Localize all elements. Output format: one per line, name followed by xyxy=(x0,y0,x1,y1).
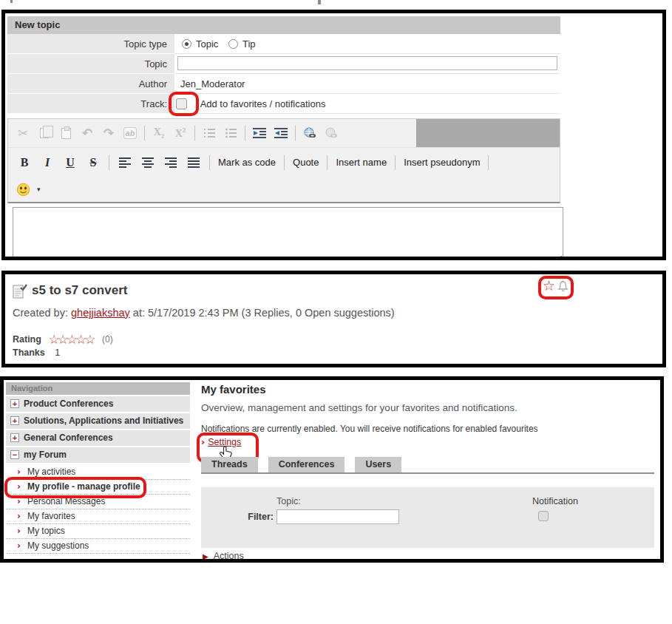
quote-button[interactable]: Quote xyxy=(293,154,319,172)
sidebar-item-my-activities[interactable]: ›My activities xyxy=(6,465,190,480)
align-center-button[interactable] xyxy=(140,154,155,172)
new-topic-form: New topic Topic type Topic Tip Topic Aut… xyxy=(7,16,560,114)
chevron-right-icon: › xyxy=(17,480,21,494)
tab-conferences[interactable]: Conferences xyxy=(268,457,345,472)
sidebar-item-label: My activities xyxy=(27,467,75,477)
toolbar-separator xyxy=(109,155,109,170)
thanks-count: 1 xyxy=(55,347,60,358)
toolbar-separator xyxy=(295,126,296,140)
sidebar-item-my-favorites[interactable]: ›My favorites xyxy=(6,509,190,524)
numbered-list-button[interactable] xyxy=(202,124,217,142)
tip-radio-label[interactable]: Tip xyxy=(242,38,256,50)
new-topic-panel: New topic Topic type Topic Tip Topic Aut… xyxy=(1,10,666,260)
chevron-right-icon: › xyxy=(17,509,21,523)
align-right-icon xyxy=(165,157,177,168)
align-left-button[interactable] xyxy=(118,154,132,172)
strikethrough-button[interactable]: S xyxy=(86,154,101,172)
bold-button[interactable]: B xyxy=(17,154,32,172)
outdent-button[interactable] xyxy=(274,124,288,142)
mark-as-code-button[interactable]: Mark as code xyxy=(218,154,276,172)
align-justify-button[interactable] xyxy=(186,154,201,172)
toolbar-separator xyxy=(209,155,210,170)
redo-button[interactable]: ↷ xyxy=(101,124,116,142)
tip-radio[interactable] xyxy=(228,39,238,49)
topic-column-label: Topic: xyxy=(276,496,301,506)
undo-button[interactable]: ↶ xyxy=(80,124,95,142)
cut-button[interactable]: ✂ xyxy=(16,124,30,142)
topic-type-label: Topic type xyxy=(7,34,174,54)
navigation-sidebar: Navigation + Product Conferences + Solut… xyxy=(6,382,190,554)
sidebar-item-my-topics[interactable]: ›My topics xyxy=(6,524,190,539)
indent-button[interactable] xyxy=(252,124,267,142)
notification-bell-icon[interactable] xyxy=(557,279,569,294)
toolbar-separator xyxy=(327,155,327,170)
thanks-row: Thanks 1 xyxy=(13,347,60,358)
sidebar-item-my-suggestions[interactable]: ›My suggestions xyxy=(6,539,190,554)
filter-topic-input[interactable] xyxy=(276,509,399,524)
insert-pseudonym-button[interactable]: Insert pseudonym xyxy=(404,154,480,172)
created-details: at: 5/17/2019 2:43 PM (3 Replies, 0 Open… xyxy=(130,307,395,319)
sidebar-item-label: General Conferences xyxy=(24,433,113,443)
insert-name-button[interactable]: Insert name xyxy=(336,154,387,172)
smiley-button[interactable] xyxy=(16,180,30,198)
sidebar-item-my-profile[interactable]: ›My profile - manage profile xyxy=(6,480,190,495)
notification-column-label: Notification xyxy=(532,496,578,506)
topic-row: Topic xyxy=(7,54,560,74)
align-left-icon xyxy=(119,157,131,168)
expand-plus-icon[interactable]: + xyxy=(10,399,19,408)
subscript-button[interactable]: X2 xyxy=(152,124,166,142)
filter-panel: Topic: Filter: Notification xyxy=(201,487,654,548)
topic-document-icon xyxy=(13,283,27,299)
notifications-status-note: Notifications are currently enabled. You… xyxy=(201,424,538,434)
navigation-header: Navigation xyxy=(6,382,190,395)
sidebar-item-solutions-applications[interactable]: + Solutions, Applications and Initiative… xyxy=(6,413,190,429)
actions-label: Actions xyxy=(214,551,244,561)
topic-author-link[interactable]: ghejjiakshay xyxy=(71,307,130,319)
sidebar-item-personal-messages[interactable]: ›Personal Messages xyxy=(6,495,190,509)
sidebar-item-my-forum[interactable]: − my Forum xyxy=(6,447,190,463)
expand-plus-icon[interactable]: + xyxy=(10,416,19,425)
rating-stars[interactable]: ☆☆☆☆☆ xyxy=(48,332,93,347)
tab-threads[interactable]: Threads xyxy=(201,457,258,472)
indent-icon xyxy=(253,128,266,139)
track-checkbox[interactable] xyxy=(176,98,187,109)
sidebar-item-label: My profile - manage profile xyxy=(27,481,140,492)
chevron-right-icon: › xyxy=(17,465,21,479)
sidebar-item-product-conferences[interactable]: + Product Conferences xyxy=(6,396,190,412)
copy-button[interactable] xyxy=(37,124,52,142)
undo-icon: ↶ xyxy=(82,126,92,140)
tab-users[interactable]: Users xyxy=(355,457,401,472)
bullet-list-button[interactable] xyxy=(223,124,238,142)
redo-icon: ↷ xyxy=(103,126,114,140)
topic-header-panel: s5 to s7 convert ☆ Created by: ghejjiaks… xyxy=(1,271,666,367)
rating-count: (0) xyxy=(102,334,113,345)
sidebar-item-label: My suggestions xyxy=(27,540,89,551)
outdent-icon xyxy=(274,128,288,139)
insert-link-button[interactable] xyxy=(302,124,317,142)
topic-radio[interactable] xyxy=(182,39,191,49)
smiley-dropdown-icon[interactable]: ▾ xyxy=(37,186,41,193)
paste-button[interactable] xyxy=(58,124,73,142)
topic-radio-label[interactable]: Topic xyxy=(196,38,218,50)
expand-plus-icon[interactable]: + xyxy=(10,433,19,442)
toolbar-separator xyxy=(488,155,489,170)
message-body-textarea[interactable] xyxy=(13,207,563,260)
align-right-button[interactable] xyxy=(163,154,178,172)
collapse-minus-icon[interactable]: − xyxy=(10,450,19,459)
actions-toggle[interactable]: ▶Actions xyxy=(203,551,244,561)
replace-button[interactable]: ab xyxy=(123,124,138,142)
italic-button[interactable]: I xyxy=(40,154,55,172)
tab-divider xyxy=(201,472,654,474)
align-justify-icon xyxy=(188,157,200,168)
sidebar-item-general-conferences[interactable]: + General Conferences xyxy=(6,430,190,446)
notification-checkbox[interactable] xyxy=(538,511,549,521)
triangle-right-icon: ▶ xyxy=(203,552,208,560)
superscript-button[interactable]: X2 xyxy=(173,124,188,142)
remove-link-button[interactable] xyxy=(324,124,339,142)
underline-button[interactable]: U xyxy=(63,154,78,172)
topic-input[interactable] xyxy=(177,56,557,70)
sidebar-item-label: My topics xyxy=(27,526,65,536)
align-center-icon xyxy=(142,157,154,168)
favorite-star-icon[interactable]: ☆ xyxy=(543,277,555,294)
toolbar-separator xyxy=(284,155,285,170)
